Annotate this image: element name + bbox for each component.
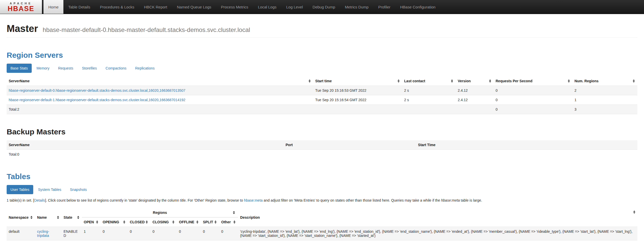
total-rps: 0 bbox=[494, 105, 572, 114]
state-value: ENABLED bbox=[62, 227, 82, 240]
sort-icon[interactable] bbox=[30, 216, 33, 219]
col-requests-per-second: Requests Per Second bbox=[494, 76, 572, 86]
nav-item-local-logs[interactable]: Local Logs bbox=[253, 0, 281, 14]
hbase-meta-link[interactable]: hbase:meta bbox=[244, 198, 263, 202]
description-value: 'cycling-tripdata', {NAME => 'end_lat'},… bbox=[238, 227, 637, 240]
backup-masters-heading: Backup Masters bbox=[7, 127, 637, 136]
tables-header-row-1: Namespace Name State Regions bbox=[7, 208, 637, 217]
tables-heading: Tables bbox=[7, 172, 637, 181]
nav-item-home[interactable]: Home bbox=[43, 0, 63, 14]
col-name: Name bbox=[35, 208, 62, 227]
other-count: 0 bbox=[219, 227, 238, 240]
region-servers-total-row: Total:2 0 3 bbox=[7, 105, 637, 114]
version-value: 2.4.12 bbox=[456, 86, 493, 95]
col-regions-group: Regions bbox=[82, 208, 238, 217]
tab-snapshots[interactable]: Snapshots bbox=[66, 185, 91, 194]
backup-masters-total-row: Total:0 bbox=[7, 150, 637, 159]
total-label: Total:2 bbox=[7, 105, 313, 114]
tab-system-tables[interactable]: System Tables bbox=[34, 185, 65, 194]
master-hostname: hbase-master-default-0.hbase-master-defa… bbox=[43, 26, 250, 33]
col-backup-servername: ServerName bbox=[7, 140, 284, 150]
opening-count: 0 bbox=[101, 227, 128, 240]
sort-icon[interactable] bbox=[489, 79, 492, 83]
col-closed: CLOSED bbox=[128, 217, 151, 227]
sort-icon[interactable] bbox=[232, 211, 235, 214]
last-contact-value: 2 s bbox=[402, 86, 456, 95]
sort-icon[interactable] bbox=[633, 210, 636, 214]
sort-icon[interactable] bbox=[214, 220, 217, 224]
col-backup-start-time: Start Time bbox=[416, 140, 637, 150]
namespace-value: default bbox=[7, 227, 35, 240]
num-regions-value: 2 bbox=[572, 86, 637, 95]
col-start-time: Start time bbox=[313, 76, 402, 86]
backup-masters-header-row: ServerName Port Start Time bbox=[7, 140, 637, 150]
tab-memory[interactable]: Memory bbox=[33, 64, 53, 73]
col-open: OPEN bbox=[82, 217, 101, 227]
nav-item-hbase-configuration[interactable]: HBase Configuration bbox=[395, 0, 440, 14]
sort-icon[interactable] bbox=[57, 216, 60, 219]
user-tables-table: Namespace Name State Regions bbox=[7, 208, 637, 240]
col-version: Version bbox=[456, 76, 493, 86]
nav-item-named-queue-logs[interactable]: Named Queue Logs bbox=[172, 0, 216, 14]
details-link[interactable]: Details bbox=[34, 198, 45, 202]
sort-icon[interactable] bbox=[397, 79, 400, 83]
nav-item-table-details[interactable]: Table Details bbox=[63, 0, 95, 14]
table-name-link[interactable]: cycling-tripdata bbox=[37, 229, 49, 238]
nav-item-process-metrics[interactable]: Process Metrics bbox=[216, 0, 253, 14]
sort-icon[interactable] bbox=[172, 220, 175, 224]
col-opening: OPENING bbox=[101, 217, 128, 227]
rps-value: 0 bbox=[494, 86, 572, 95]
split-count: 0 bbox=[201, 227, 219, 240]
tab-compactions[interactable]: Compactions bbox=[102, 64, 130, 73]
sort-icon[interactable] bbox=[77, 216, 80, 219]
col-num-regions: Num. Regions bbox=[572, 76, 637, 86]
tab-base-stats[interactable]: Base Stats bbox=[7, 64, 32, 73]
sort-icon[interactable] bbox=[308, 79, 311, 83]
tab-requests[interactable]: Requests bbox=[54, 64, 77, 73]
nav-item-profiler[interactable]: Profiler bbox=[374, 0, 396, 14]
region-servers-header-row: ServerName Start time Last contact Versi… bbox=[7, 76, 637, 86]
tab-user-tables[interactable]: User Tables bbox=[7, 185, 33, 194]
sort-icon[interactable] bbox=[233, 220, 236, 224]
col-closing: CLOSING bbox=[150, 217, 177, 227]
top-navbar: APACHE HBASE Home Table Details Procedur… bbox=[0, 0, 644, 14]
sort-icon[interactable] bbox=[145, 220, 148, 224]
sort-icon[interactable] bbox=[123, 220, 126, 224]
nav-item-procedures-locks[interactable]: Procedures & Locks bbox=[95, 0, 139, 14]
sort-icon[interactable] bbox=[567, 79, 570, 83]
col-namespace: Namespace bbox=[7, 208, 35, 227]
num-regions-value: 1 bbox=[572, 95, 637, 105]
col-offline: OFFLINE bbox=[177, 217, 201, 227]
offline-count: 0 bbox=[177, 227, 201, 240]
sort-icon[interactable] bbox=[196, 220, 199, 224]
tab-storefiles[interactable]: Storefiles bbox=[78, 64, 100, 73]
regionserver-link[interactable]: hbase-regionserver-default-1.hbase-regio… bbox=[9, 98, 185, 102]
nav-item-metrics-dump[interactable]: Metrics Dump bbox=[340, 0, 374, 14]
navbar-menu: Home Table Details Procedures & Locks HB… bbox=[43, 0, 440, 14]
closing-count: 0 bbox=[150, 227, 177, 240]
tab-replications[interactable]: Replications bbox=[131, 64, 158, 73]
logo-apache-text: APACHE bbox=[10, 2, 32, 5]
col-backup-port: Port bbox=[284, 140, 416, 150]
nav-item-debug-dump[interactable]: Debug Dump bbox=[308, 0, 340, 14]
sort-icon[interactable] bbox=[632, 79, 635, 83]
version-value: 2.4.12 bbox=[456, 95, 493, 105]
backup-masters-section: Backup Masters ServerName Port Start Tim… bbox=[7, 127, 637, 159]
col-servername: ServerName bbox=[7, 76, 313, 86]
user-table-row: default cycling-tripdata ENABLED 1 0 0 0… bbox=[7, 227, 637, 240]
start-time-value: Tue Sep 20 15:16:54 GMT 2022 bbox=[313, 95, 402, 105]
col-last-contact: Last contact bbox=[402, 76, 456, 86]
total-regions: 3 bbox=[572, 105, 637, 114]
col-state: State bbox=[62, 208, 82, 227]
region-servers-tabs: Base Stats Memory Requests Storefiles Co… bbox=[7, 64, 637, 73]
open-count-link[interactable]: 1 bbox=[84, 229, 86, 234]
backup-total-label: Total:0 bbox=[7, 150, 284, 159]
nav-item-log-level[interactable]: Log Level bbox=[281, 0, 308, 14]
nav-item-hbck-report[interactable]: HBCK Report bbox=[139, 0, 172, 14]
sort-icon[interactable] bbox=[450, 79, 454, 83]
sort-icon[interactable] bbox=[96, 220, 99, 224]
hbase-logo[interactable]: APACHE HBASE bbox=[0, 0, 42, 14]
col-description: Description bbox=[238, 208, 637, 227]
regionserver-link[interactable]: hbase-regionserver-default-0.hbase-regio… bbox=[9, 88, 185, 92]
page-title: Master hbase-master-default-0.hbase-mast… bbox=[7, 23, 637, 34]
